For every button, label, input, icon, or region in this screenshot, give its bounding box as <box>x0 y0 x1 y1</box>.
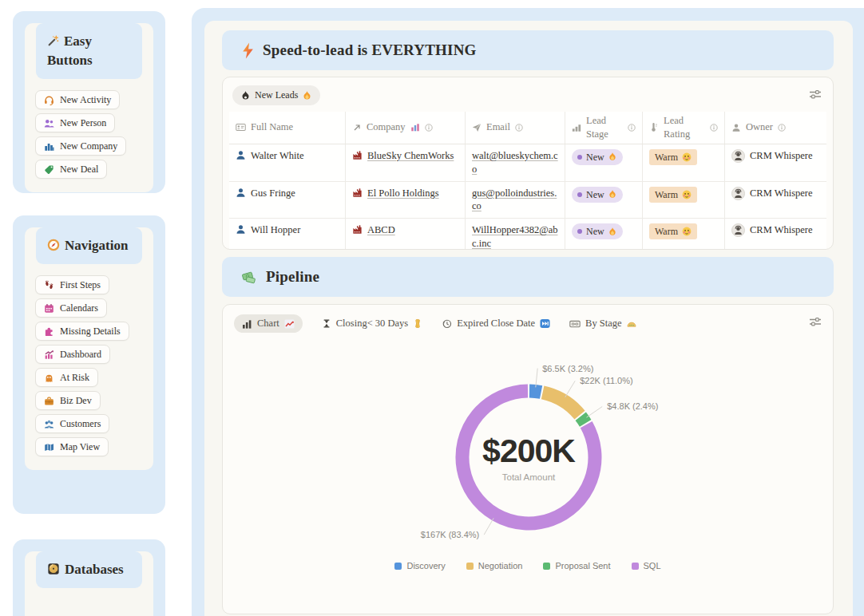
owner-cell[interactable]: CRM Whispere <box>725 144 826 181</box>
hot-face-icon <box>682 190 692 199</box>
total-amount-value: $200K <box>482 432 575 470</box>
column-label: Lead Rating <box>664 114 705 141</box>
legend-item[interactable]: Discovery <box>394 561 445 571</box>
view-tab-label: New Leads <box>255 89 298 101</box>
hot-face-icon <box>682 227 692 236</box>
full-name-cell[interactable]: Walter White <box>229 144 346 181</box>
company-cell[interactable]: ABCD <box>346 219 466 250</box>
legend-swatch <box>543 563 550 570</box>
full-name-cell[interactable]: Gus Fringe <box>229 182 346 219</box>
new-person-button[interactable]: New Person <box>35 113 115 132</box>
button-label: Missing Details <box>60 326 121 338</box>
company-link[interactable]: El Pollo Holdings <box>367 187 439 200</box>
table-row: Will HopperABCDWillHopper4382@abc.incNew… <box>229 219 826 250</box>
company-link[interactable]: BlueSky ChemWorks <box>367 149 454 163</box>
bar-chart-emoji-icon <box>410 123 420 132</box>
info-icon <box>710 124 718 132</box>
tab-expired-close-date[interactable]: Expired Close Date <box>442 318 550 330</box>
column-header-company[interactable]: Company <box>346 112 466 144</box>
status-dot <box>577 155 582 160</box>
tab-closing-30-days[interactable]: Closing< 30 Days <box>322 318 422 330</box>
button-label: New Activity <box>60 94 111 106</box>
legend-item[interactable]: Negotiation <box>466 561 523 571</box>
legend-item[interactable]: SQL <box>632 561 661 571</box>
crossed-fingers-icon <box>413 318 422 329</box>
navigation-panel: Navigation First Steps Calendars Missing… <box>13 215 165 514</box>
nav-first-steps[interactable]: First Steps <box>35 275 109 294</box>
flame-dark-icon <box>241 91 250 101</box>
lead-stage-cell[interactable]: New <box>565 182 643 219</box>
pipeline-title: Pipeline <box>266 268 319 286</box>
nav-map-view[interactable]: Map View <box>35 437 109 456</box>
button-label: Dashboard <box>60 349 101 361</box>
lead-rating-cell[interactable]: Warm <box>643 182 725 219</box>
column-header-lead-rating[interactable]: Lead Rating <box>643 112 725 144</box>
nav-calendars[interactable]: Calendars <box>35 298 107 318</box>
lead-rating-cell[interactable]: Warm <box>643 144 725 181</box>
nav-biz-dev[interactable]: Biz Dev <box>35 391 101 410</box>
next-track-icon <box>540 318 550 329</box>
email-link[interactable]: gus@polloindustries.co <box>472 187 558 214</box>
lead-rating-text: Warm <box>655 225 678 238</box>
databases-card: Databases <box>25 551 153 616</box>
full-name-cell[interactable]: Will Hopper <box>229 219 346 250</box>
email-cell[interactable]: gus@polloindustries.co <box>466 182 565 219</box>
lead-rating-badge: Warm <box>649 187 697 203</box>
new-company-button[interactable]: New Company <box>35 136 126 156</box>
tab-chart[interactable]: Chart <box>234 314 303 333</box>
lead-stage-cell[interactable]: New <box>565 144 643 181</box>
arrow-up-right-icon <box>352 123 362 132</box>
email-cell[interactable]: WillHopper4382@abc.inc <box>466 219 565 250</box>
button-label: Biz Dev <box>60 395 92 407</box>
nav-customers[interactable]: Customers <box>35 414 109 433</box>
legend-item[interactable]: Proposal Sent <box>543 561 610 571</box>
nav-dashboard[interactable]: Dashboard <box>35 345 110 364</box>
email-link[interactable]: WillHopper4382@abc.inc <box>472 223 558 250</box>
lightning-icon <box>241 42 254 59</box>
button-label: Calendars <box>60 302 98 314</box>
chart-options-icon[interactable] <box>809 316 822 327</box>
owner-avatar <box>731 187 745 200</box>
navigation-title: Navigation <box>65 238 128 253</box>
person-icon <box>731 123 741 132</box>
owner-avatar <box>731 149 745 163</box>
company-link[interactable]: ABCD <box>367 223 395 237</box>
lead-rating-cell[interactable]: Warm <box>643 219 725 250</box>
company-cell[interactable]: El Pollo Holdings <box>346 182 466 219</box>
button-label: New Person <box>60 117 106 129</box>
column-header-owner[interactable]: Owner <box>725 112 826 144</box>
tab-by-stage[interactable]: By Stage <box>569 318 636 330</box>
lead-stage-badge: New <box>572 223 623 239</box>
customers-icon <box>44 419 54 429</box>
slice-label: $22K (11.0%) <box>580 376 632 385</box>
full-name-text: Gus Fringe <box>251 187 295 200</box>
donut-chart: $200K Total Amount $6.5K (3.2%)$22K (11.… <box>223 338 833 555</box>
column-label: Email <box>486 120 510 134</box>
owner-cell[interactable]: CRM Whispere <box>725 182 826 219</box>
new-activity-button[interactable]: New Activity <box>35 90 120 109</box>
column-label: Full Name <box>251 120 293 134</box>
legend-swatch <box>394 563 402 570</box>
column-header-email[interactable]: Email <box>466 112 565 144</box>
person-bust-icon <box>236 188 246 198</box>
info-icon <box>425 124 433 132</box>
email-link[interactable]: walt@blueskychem.co <box>472 149 558 176</box>
nav-missing-details[interactable]: Missing Details <box>35 322 129 341</box>
new-leads-view-tab[interactable]: New Leads <box>232 85 320 105</box>
column-header-lead-stage[interactable]: Lead Stage <box>565 112 643 144</box>
new-deal-button[interactable]: New Deal <box>35 160 107 179</box>
email-cell[interactable]: walt@blueskychem.co <box>466 144 565 181</box>
lead-stage-cell[interactable]: New <box>565 219 643 250</box>
button-label: At Risk <box>60 372 89 384</box>
person-bust-icon <box>236 224 246 235</box>
table-options-icon[interactable] <box>809 89 822 100</box>
column-header-full-name[interactable]: Full Name <box>229 112 346 144</box>
company-cell[interactable]: BlueSky ChemWorks <box>346 144 466 181</box>
owner-cell[interactable]: CRM Whispere <box>725 219 826 250</box>
nav-at-risk[interactable]: At Risk <box>35 368 98 387</box>
new-leads-table-card: New Leads Full Name Company <box>222 77 834 250</box>
chart-increasing-icon <box>284 319 295 329</box>
tag-icon <box>44 164 54 175</box>
taco-icon <box>627 319 636 328</box>
legend-label: SQL <box>644 561 661 571</box>
